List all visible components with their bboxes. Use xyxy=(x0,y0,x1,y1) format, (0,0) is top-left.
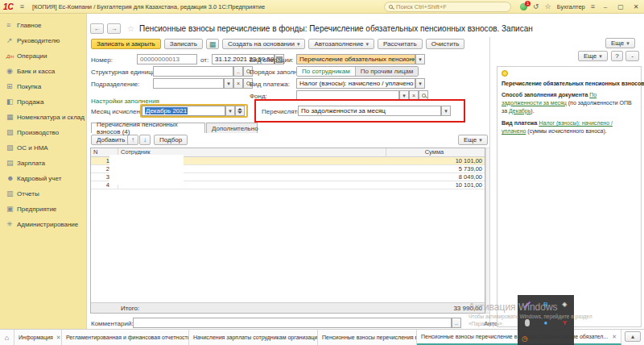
operation-type-dropdown-icon[interactable] xyxy=(415,54,425,64)
settings-menu-icon[interactable] xyxy=(591,3,595,10)
sidebar-item-otchety[interactable]: Отчеты xyxy=(0,186,86,202)
month-link[interactable]: Декабрь xyxy=(509,108,530,114)
pick-button[interactable]: Подбор xyxy=(154,135,188,145)
mouse-icon[interactable] xyxy=(525,319,530,326)
collapse-panel-button[interactable]: - xyxy=(625,51,639,61)
clear-button[interactable]: Очистить xyxy=(426,39,465,49)
save-close-button[interactable]: Записать и закрыть xyxy=(91,39,161,49)
payment-type-dropdown-icon[interactable] xyxy=(415,78,425,89)
sidebar-item-os-nma[interactable]: ОС и НМА xyxy=(0,140,86,156)
fund-clear-icon[interactable] xyxy=(409,90,419,101)
transfer-dropdown-icon[interactable] xyxy=(441,106,451,116)
comment-expand-button[interactable] xyxy=(452,318,461,328)
fund-label: Фонд: xyxy=(250,93,267,100)
transfer-field[interactable]: По задолженности за месяц xyxy=(298,106,441,116)
fill-order-by-employees[interactable]: По сотрудникам xyxy=(297,67,355,76)
service-status-icon[interactable]: 1 xyxy=(520,3,527,10)
chart-icon xyxy=(6,37,17,44)
structural-unit-label: Структурная единица: xyxy=(91,69,157,76)
fund-open-button[interactable] xyxy=(419,90,428,101)
drop-icon[interactable]: ● xyxy=(544,319,548,326)
fill-order-by-others[interactable]: По прочим лицам xyxy=(355,67,419,76)
coin-icon xyxy=(6,68,17,75)
main-menu-icon[interactable]: ≡ xyxy=(20,2,24,10)
amount-cell: 5 739,00 xyxy=(386,165,485,172)
sidebar-item-rukovoditelyu[interactable]: Руководителю xyxy=(0,33,86,48)
sidebar-item-zarplata[interactable]: Зарплата xyxy=(0,156,86,171)
move-down-button[interactable] xyxy=(139,135,151,145)
structural-unit-select-button[interactable] xyxy=(233,66,243,77)
1c-enterprise-window: 1С ≡ [КОПИЯ] Ес-Компани / Бухгалтерия дл… xyxy=(0,0,644,345)
month-spinner[interactable] xyxy=(235,106,245,116)
department-dropdown-icon[interactable] xyxy=(224,78,233,89)
comment-label: Комментарий: xyxy=(91,320,134,327)
sidebar-item-administrirovanie[interactable]: Администрирование xyxy=(0,217,86,232)
window-tab-nachisleniya[interactable]: Начисления зарплаты сотрудникам организа… xyxy=(189,330,318,345)
save-button[interactable]: Записать xyxy=(164,39,203,49)
table-more-button[interactable]: Еще xyxy=(458,135,488,145)
y-tray-icon[interactable]: Y xyxy=(563,319,567,326)
month-field[interactable]: Декабрь 2021 xyxy=(142,106,225,116)
sidebar-item-bank-kassa[interactable]: Банк и касса xyxy=(0,64,86,79)
add-row-button[interactable]: Добавить xyxy=(91,135,130,145)
sidebar-item-glavnoe[interactable]: Главное xyxy=(0,18,86,33)
search-icon xyxy=(389,5,393,9)
document-title: Пенсионные взносы перечисление в фонды: … xyxy=(139,24,533,33)
hint-more-button[interactable]: Еще xyxy=(578,51,608,61)
close-button[interactable] xyxy=(631,3,641,10)
favorites-icon[interactable] xyxy=(545,3,551,10)
window-tab-reglamentirovannaya[interactable]: Регламентированная и финансовая отчетнос… xyxy=(62,330,189,345)
operation-type-label: Вид операции: xyxy=(250,56,294,64)
sidebar-item-kadrovyi-uchet[interactable]: Кадровый учет xyxy=(0,171,86,186)
calculate-button[interactable]: Рассчитать xyxy=(378,39,423,49)
department-clear-icon[interactable] xyxy=(233,78,243,89)
history-icon[interactable] xyxy=(533,3,539,10)
create-based-on-button[interactable]: Создать на основании xyxy=(222,39,306,49)
posting-icon-button[interactable] xyxy=(206,39,219,49)
clock-tray-icon[interactable]: ◷ xyxy=(522,335,528,343)
show-all-windows-button[interactable] xyxy=(625,331,641,342)
structural-unit-field[interactable] xyxy=(153,66,233,77)
tab-close-icon[interactable]: ✕ xyxy=(612,334,617,340)
help-button[interactable]: ? xyxy=(611,51,623,61)
home-icon xyxy=(5,334,9,342)
fund-field[interactable] xyxy=(296,90,399,101)
tab-additional[interactable]: Дополнительно xyxy=(206,123,258,133)
department-field[interactable] xyxy=(153,78,224,89)
autofill-button[interactable]: Автозаполнение xyxy=(308,39,374,49)
sidebar-item-proizvodstvo[interactable]: Производство xyxy=(0,125,86,140)
window-tab-pensionnye-fondy[interactable]: Пенсионные взносы перечисления в фонды✕ xyxy=(318,330,417,345)
month-dropdown-icon[interactable] xyxy=(225,106,235,116)
comment-input[interactable] xyxy=(133,318,452,328)
sidebar-item-pokupka[interactable]: Покупка xyxy=(0,79,86,94)
maximize-button[interactable] xyxy=(616,3,625,10)
payment-type-field[interactable]: Налог (взносы): начислено / уплачено xyxy=(296,78,415,89)
current-user[interactable]: Бухгалтер xyxy=(557,3,585,10)
panel-splitter[interactable] xyxy=(489,37,490,327)
bluetooth-icon[interactable]: B xyxy=(543,301,548,308)
pen-tray-icon[interactable] xyxy=(523,301,530,307)
tab-pension-transfers[interactable]: Перечисления пенсионных взносов (4) xyxy=(91,123,205,133)
fund-dropdown-icon[interactable] xyxy=(399,90,409,101)
shield-icon[interactable]: ◈ xyxy=(562,301,567,308)
global-search-input[interactable]: Поиск Ctrl+Shift+F xyxy=(384,2,511,12)
window-tab-informaciya[interactable]: Информация✕ xyxy=(14,330,62,345)
tab-close-icon[interactable]: ✕ xyxy=(56,335,61,341)
section-sidebar: Главное Руководителю Операции Банк и кас… xyxy=(0,14,87,329)
sidebar-item-nomenklatura[interactable]: Номенклатура и склад xyxy=(0,110,86,125)
number-field[interactable]: 00000000013 xyxy=(137,54,197,64)
form-more-button[interactable]: Еще xyxy=(605,38,635,48)
number-label: Номер: xyxy=(91,56,113,64)
amount-cell: 8 049,00 xyxy=(386,173,485,181)
sidebar-item-predpriyatie[interactable]: Предприятие xyxy=(0,202,86,217)
minimize-button[interactable] xyxy=(601,3,610,10)
home-tab[interactable] xyxy=(0,330,14,345)
move-up-button[interactable] xyxy=(127,135,138,145)
col-amount[interactable]: Сумма xyxy=(386,148,485,156)
favorite-star-icon[interactable]: ☆ xyxy=(127,24,134,33)
operation-type-field[interactable]: Перечисление обязательных пенсионных взн… xyxy=(296,54,415,64)
back-button[interactable] xyxy=(90,23,104,34)
forward-button[interactable] xyxy=(107,23,121,34)
sidebar-item-operacii[interactable]: Операции xyxy=(0,48,86,64)
sidebar-item-prodazha[interactable]: Продажа xyxy=(0,94,86,110)
